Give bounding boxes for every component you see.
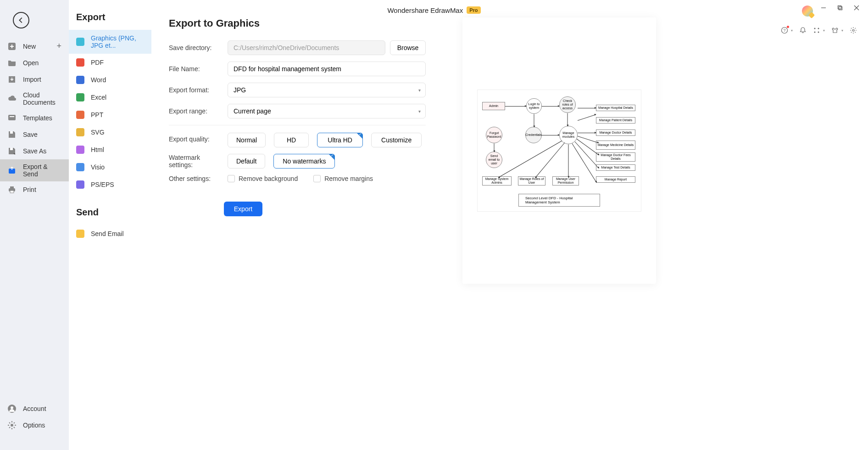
quality-label: Export quality: [169, 133, 223, 143]
nav-print[interactable]: Print [0, 181, 69, 198]
visio-format-icon [76, 163, 84, 171]
nav-templates-label: Templates [23, 114, 52, 122]
export-pdf[interactable]: PDF [69, 54, 151, 71]
pv-forgot: Forgot Password [486, 127, 502, 143]
nav-import[interactable]: Import [0, 71, 69, 88]
remove-margins-checkbox[interactable]: Remove margins [313, 175, 373, 182]
export-graphics[interactable]: Graphics (PNG, JPG et... [69, 30, 151, 54]
help-dropdown-caret[interactable]: ▾ [791, 28, 793, 33]
range-label: Export range: [169, 107, 223, 115]
plus-square-icon [7, 42, 17, 51]
minimize-button[interactable] [820, 5, 827, 11]
quality-customize[interactable]: Customize [371, 133, 422, 147]
nav-options-label: Options [23, 422, 45, 429]
pv-check: Check roles of access [559, 96, 576, 113]
export-excel[interactable]: Excel [69, 89, 151, 106]
pv-r5: Manage Doctor Fees Details [596, 152, 635, 162]
gear-icon [7, 421, 17, 430]
svg-point-7 [814, 28, 816, 29]
keyboard-dropdown-caret[interactable]: ▾ [823, 28, 825, 33]
tshirt-icon[interactable] [831, 27, 839, 34]
send-email-label: Send Email [91, 230, 124, 237]
close-button[interactable] [853, 5, 860, 11]
nav-export-label: Export & Send [23, 163, 61, 178]
svg-text:?: ? [783, 28, 785, 33]
export-preview: Admin Login to system Check roles of acc… [462, 17, 656, 284]
pv-sendmail: Send email to user [486, 152, 502, 168]
export-svg[interactable]: SVG [69, 124, 151, 141]
export-ppt[interactable]: PPT [69, 106, 151, 124]
browse-button[interactable]: Browse [390, 40, 426, 55]
export-graphics-label: Graphics (PNG, JPG et... [91, 34, 144, 49]
nav-new[interactable]: New + [0, 38, 69, 55]
watermark-default[interactable]: Default [228, 154, 265, 169]
graphics-format-icon [76, 38, 84, 46]
format-select[interactable]: JPG [228, 83, 426, 97]
avatar[interactable] [802, 6, 813, 17]
bell-icon[interactable] [799, 27, 807, 34]
back-button[interactable] [13, 12, 29, 28]
format-label: Export format: [169, 86, 223, 94]
svg-point-10 [818, 32, 819, 33]
export-html[interactable]: Html [69, 141, 151, 158]
export-button[interactable]: Export [224, 202, 262, 216]
help-icon[interactable]: ? [781, 27, 788, 34]
nav-options[interactable]: Options [0, 417, 69, 433]
maximize-button[interactable] [837, 5, 843, 11]
excel-format-icon [76, 93, 84, 101]
range-value: Current page [234, 107, 271, 115]
cloud-icon [7, 94, 17, 103]
page-title: Export to Graphics [169, 17, 426, 29]
preview-caption: Second Level DFD - Hospital Management S… [518, 194, 600, 207]
nav-templates[interactable]: Templates [0, 110, 69, 126]
html-format-icon [76, 146, 84, 154]
pv-r2: Manage Patient Details [596, 117, 635, 124]
svg-rect-19 [10, 186, 14, 188]
nav-saveas[interactable]: Save As [0, 143, 69, 159]
save-icon [7, 130, 17, 139]
remove-bg-checkbox[interactable]: Remove background [228, 175, 298, 182]
import-icon [7, 75, 17, 84]
export-heading: Export [69, 7, 151, 30]
svg-point-9 [814, 32, 816, 33]
watermark-label: Watermark settings: [169, 154, 223, 169]
svg-rect-13 [8, 115, 16, 120]
new-plus-icon[interactable]: + [56, 41, 61, 51]
svg-format-icon [76, 128, 84, 136]
tshirt-dropdown-caret[interactable]: ▾ [841, 28, 843, 33]
quality-normal[interactable]: Normal [228, 133, 266, 147]
quality-ultrahd[interactable]: Ultra HD [317, 133, 363, 147]
file-name-input[interactable] [228, 62, 426, 76]
user-icon [7, 404, 17, 413]
nav-cloud[interactable]: Cloud Documents [0, 88, 69, 110]
nav-cloud-label: Cloud Documents [23, 91, 61, 106]
nav-export-send[interactable]: Export & Send [0, 159, 69, 181]
export-word[interactable]: Word [69, 71, 151, 89]
saveas-icon [7, 146, 17, 156]
watermark-none[interactable]: No watermarks [273, 154, 335, 169]
email-format-icon [76, 230, 84, 238]
pv-r7: Manage Report [596, 176, 635, 183]
nav-open-label: Open [23, 59, 39, 67]
svg-point-8 [818, 28, 819, 29]
quality-hd[interactable]: HD [274, 133, 309, 147]
range-select[interactable]: Current page [228, 104, 426, 118]
gear-icon[interactable] [850, 27, 857, 34]
keyboard-icon[interactable] [813, 27, 820, 34]
nav-open[interactable]: Open [0, 55, 69, 71]
file-name-label: File Name: [169, 65, 223, 73]
svg-point-22 [11, 406, 13, 409]
export-pseps[interactable]: PS/EPS [69, 176, 151, 193]
pv-b1: Manage System Admins [482, 176, 512, 186]
svg-rect-20 [10, 191, 14, 193]
nav-account[interactable]: Account [0, 400, 69, 417]
export-pseps-label: PS/EPS [91, 181, 114, 188]
nav-save[interactable]: Save [0, 126, 69, 143]
pv-r6: Manage Test Details [596, 164, 635, 171]
export-visio[interactable]: Visio [69, 158, 151, 176]
svg-rect-1 [838, 6, 841, 9]
svg-rect-14 [10, 116, 14, 117]
pseps-format-icon [76, 180, 84, 189]
nav-new-label: New [23, 43, 36, 50]
send-email[interactable]: Send Email [69, 225, 151, 242]
